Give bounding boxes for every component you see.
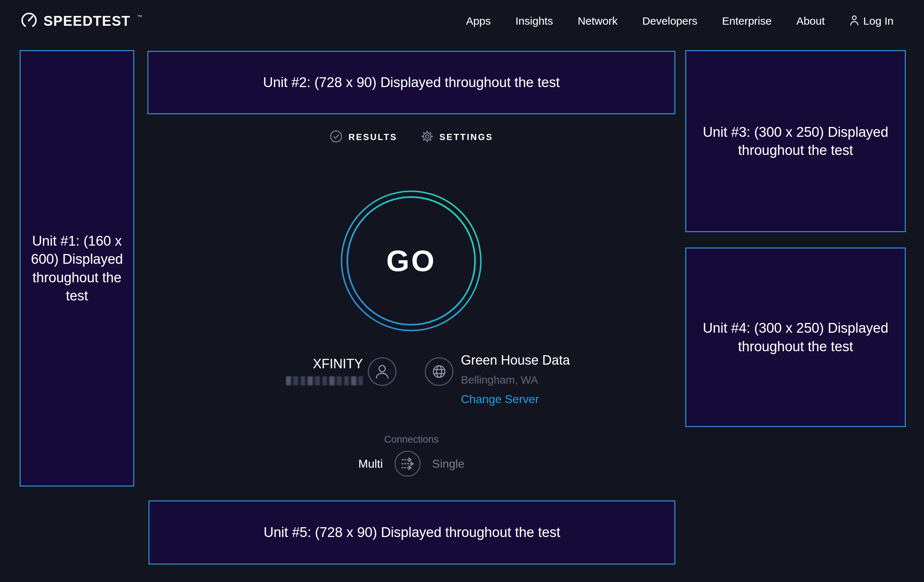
connections-single-label[interactable]: Single bbox=[432, 457, 465, 471]
nav-item-network[interactable]: Network bbox=[578, 15, 618, 27]
server-name: Green House Data bbox=[461, 353, 570, 368]
go-button-label: GO bbox=[386, 244, 436, 278]
login-button[interactable]: Log In bbox=[850, 15, 894, 28]
isp-info: XFINITY bbox=[254, 356, 363, 385]
ad-unit-3[interactable]: Unit #3: (300 x 250) Displayed throughou… bbox=[685, 50, 906, 232]
tab-results-label: RESULTS bbox=[348, 132, 398, 142]
go-button[interactable]: GO bbox=[340, 190, 482, 331]
main-nav: Apps Insights Network Developers Enterpr… bbox=[466, 15, 894, 28]
globe-icon bbox=[424, 357, 454, 388]
gear-icon bbox=[421, 130, 434, 144]
server-location: Bellingham, WA bbox=[461, 374, 570, 386]
connections-title: Connections bbox=[147, 434, 675, 445]
tab-results[interactable]: RESULTS bbox=[330, 130, 398, 144]
nav-item-apps[interactable]: Apps bbox=[466, 15, 491, 27]
nav-item-insights[interactable]: Insights bbox=[515, 15, 553, 27]
top-nav-bar: SPEEDTEST™ Apps Insights Network Develop… bbox=[0, 0, 924, 42]
multi-connection-toggle-icon[interactable] bbox=[394, 450, 421, 478]
user-icon bbox=[850, 15, 859, 28]
change-server-link[interactable]: Change Server bbox=[461, 392, 570, 406]
check-circle-icon bbox=[330, 130, 343, 144]
logo-trademark: ™ bbox=[137, 14, 142, 20]
logo-text: SPEEDTEST bbox=[43, 13, 130, 29]
connections-toggle-row: Multi Single bbox=[147, 450, 675, 478]
nav-item-enterprise[interactable]: Enterprise bbox=[722, 15, 772, 27]
censored-ip-text bbox=[286, 376, 363, 385]
ad-unit-1[interactable]: Unit #1: (160 x 600) Displayed throughou… bbox=[20, 50, 134, 486]
user-circle-icon bbox=[367, 357, 397, 388]
ad-unit-5-label: Unit #5: (728 x 90) Displayed throughout… bbox=[264, 523, 560, 541]
nav-item-developers[interactable]: Developers bbox=[642, 15, 698, 27]
ad-unit-2-label: Unit #2: (728 x 90) Displayed throughout… bbox=[263, 73, 559, 91]
speedometer-icon bbox=[20, 12, 38, 30]
ad-unit-3-label: Unit #3: (300 x 250) Displayed throughou… bbox=[693, 123, 898, 159]
isp-name[interactable]: XFINITY bbox=[254, 356, 363, 371]
tab-settings-label: SETTINGS bbox=[439, 132, 493, 142]
server-info: Green House Data Bellingham, WA Change S… bbox=[461, 353, 570, 406]
nav-item-about[interactable]: About bbox=[796, 15, 825, 27]
ad-unit-5[interactable]: Unit #5: (728 x 90) Displayed throughout… bbox=[148, 500, 675, 565]
ad-unit-4-label: Unit #4: (300 x 250) Displayed throughou… bbox=[693, 319, 898, 355]
ad-unit-4[interactable]: Unit #4: (300 x 250) Displayed throughou… bbox=[685, 247, 906, 427]
ad-unit-2[interactable]: Unit #2: (728 x 90) Displayed throughout… bbox=[147, 51, 675, 114]
view-tabs: RESULTS SETTINGS bbox=[147, 130, 675, 144]
tab-settings[interactable]: SETTINGS bbox=[421, 130, 493, 144]
login-label: Log In bbox=[863, 15, 894, 27]
ad-unit-1-label: Unit #1: (160 x 600) Displayed throughou… bbox=[23, 232, 130, 305]
connections-multi-label[interactable]: Multi bbox=[358, 457, 383, 471]
speedtest-logo[interactable]: SPEEDTEST™ bbox=[20, 12, 142, 30]
